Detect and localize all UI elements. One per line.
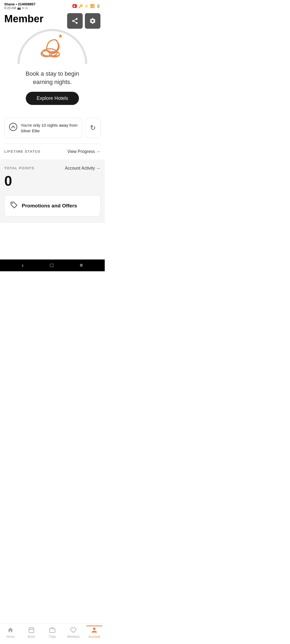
- svg-line-3: [74, 21, 76, 23]
- hero-tagline: Book a stay to begin earning nights.: [26, 70, 79, 86]
- promotions-label: Promotions and Offers: [22, 203, 77, 209]
- svg-marker-5: [58, 34, 63, 38]
- promotions-card[interactable]: Promotions and Offers: [4, 195, 100, 217]
- lifetime-status-label: LIFETIME STATUS: [4, 149, 41, 153]
- status-bar: Shane • 214008857 8:20 AM 📷 ↻ G ▶ 🔑 ⚡ 📶 …: [0, 0, 105, 11]
- points-value: 0: [4, 173, 100, 189]
- svg-point-0: [76, 18, 78, 20]
- share-button[interactable]: [67, 13, 83, 29]
- lifetime-status-section: LIFETIME STATUS View Progress →: [0, 144, 105, 159]
- explore-hotels-button[interactable]: Explore Hotels: [26, 92, 79, 105]
- moon-cloud-svg: [36, 32, 68, 61]
- key-icon: 🔑: [78, 4, 83, 8]
- system-nav-bar: ‹ □ ≡: [0, 259, 105, 271]
- status-time: 8:20 AM 📷 ↻ G: [4, 6, 35, 10]
- tag-icon: [10, 201, 18, 211]
- battery-icon: ▶: [73, 4, 77, 8]
- svg-point-1: [72, 20, 74, 22]
- svg-point-2: [76, 22, 78, 24]
- header: Member: [0, 11, 105, 29]
- total-points-section: TOTAL POINTS Account Activity → 0 Promot…: [0, 159, 105, 223]
- user-name: Shane • 214008857: [4, 2, 35, 6]
- view-progress-link[interactable]: View Progress →: [67, 149, 100, 154]
- share-icon: [71, 17, 78, 24]
- hero-arch-container: [17, 29, 87, 64]
- upgrade-arrow-icon: [9, 123, 17, 131]
- points-header: TOTAL POINTS Account Activity →: [4, 166, 100, 171]
- status-right: ▶ 🔑 ⚡ 📶 🔋: [73, 4, 100, 8]
- svg-point-11: [12, 203, 13, 204]
- svg-line-4: [74, 19, 76, 20]
- settings-button[interactable]: [85, 13, 100, 29]
- refresh-icon: ↻: [90, 124, 96, 132]
- total-points-label: TOTAL POINTS: [4, 166, 34, 170]
- bluetooth-icon: ⚡: [84, 4, 89, 8]
- home-button[interactable]: □: [50, 262, 53, 268]
- back-button[interactable]: ‹: [22, 262, 24, 268]
- nights-promo-card[interactable]: You're only 10 nights away from Silver E…: [4, 118, 82, 138]
- promo-cards-section: You're only 10 nights away from Silver E…: [0, 118, 105, 144]
- refresh-card[interactable]: ↻: [85, 118, 100, 138]
- wifi-icon: 📶: [90, 4, 95, 8]
- hero-section: Book a stay to begin earning nights. Exp…: [0, 29, 105, 118]
- account-activity-link[interactable]: Account Activity →: [65, 166, 101, 171]
- menu-button[interactable]: ≡: [80, 262, 83, 268]
- svg-point-10: [9, 123, 17, 131]
- nights-promo-text: You're only 10 nights away from Silver E…: [21, 122, 78, 134]
- gear-icon: [89, 17, 96, 24]
- moon-cloud-icon: [36, 32, 68, 61]
- header-actions: [67, 13, 100, 29]
- tag-svg-icon: [10, 201, 18, 209]
- status-left: Shane • 214008857 8:20 AM 📷 ↻ G: [4, 2, 35, 10]
- upgrade-icon: [9, 123, 17, 133]
- battery-level-icon: 🔋: [96, 4, 100, 8]
